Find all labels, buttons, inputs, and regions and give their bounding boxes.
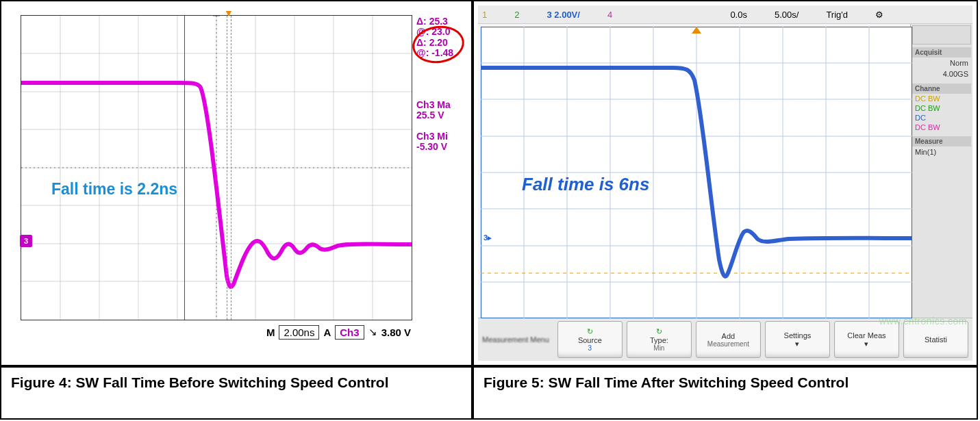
agil-ch3-coupling: DC (912, 113, 971, 123)
agilent-annotation-fall-time: Fall time is 6ns (522, 174, 649, 195)
tek-plot-area: ▼ 3 Fall time is 2.2ns (21, 15, 412, 320)
tek-A-label: A (323, 327, 331, 338)
tek-trigger-marker: ▼ (224, 8, 234, 18)
softkey-source[interactable]: ↻ Source 3 (557, 321, 623, 358)
softkey-settings[interactable]: Settings ▾ (765, 321, 830, 358)
agil-timebase: 5.00s/ (775, 10, 799, 20)
agilent-plot-area: 3▸ Fall time is 6ns (481, 27, 907, 315)
agilent-body: 3▸ Fall time is 6ns Acquisit Norm 4.00GS… (478, 24, 972, 318)
agil-delay: 0.0s (730, 10, 747, 20)
tek-cursor-delta-t: 25.3 (429, 16, 448, 27)
agilent-ch3-ground-indicator: 3▸ (479, 232, 496, 243)
agilent-top-bar: 1 2 3 2.00V/ 4 0.0s 5.00s/ Trig'd ⚙ (478, 5, 972, 24)
agil-menu-title: Measurement Menu (482, 335, 553, 344)
agilent-side-panel: Acquisit Norm 4.00GS Channe DC BW DC BW … (910, 24, 972, 318)
agil-meas-1: Min(1) (912, 146, 971, 157)
agilent-waveform-svg (481, 27, 912, 318)
agil-chan-header: Channe (912, 84, 971, 94)
agil-acq-mode: Norm (912, 58, 971, 68)
tek-side-readout: Δ: 25.3 @: 23.0 Δ: 2.20 @: -1.48 Ch3 Ma … (416, 16, 464, 153)
tek-scope: ▼ 3 Fall time is 2.2ns M 2.00ns A Ch3 ↘ … (14, 11, 466, 359)
figure-4-caption: Figure 4: SW Fall Time Before Switching … (0, 366, 473, 420)
tek-cursor-2b (231, 16, 231, 320)
tek-cursor-2 (227, 16, 227, 320)
figure-5-image-cell: 1 2 3 2.00V/ 4 0.0s 5.00s/ Trig'd ⚙ (473, 0, 978, 366)
softkey-add-measurement[interactable]: Add Measurement (696, 321, 761, 358)
tek-ch3-min-value: -5.30 V (416, 142, 464, 152)
tek-ch3-ground-indicator: 3 (20, 235, 32, 247)
softkey-statistics[interactable]: Statisti (903, 321, 968, 358)
agil-ch1-label: 1 (482, 10, 487, 20)
agil-ch1-coupling: DC BW (912, 94, 971, 103)
tek-bottom-readout: M 2.00ns A Ch3 ↘ 3.80 V (21, 323, 411, 341)
tek-trig-level: 3.80 V (381, 327, 411, 338)
agil-ch4-label: 4 (607, 10, 612, 20)
tek-cursor-1 (184, 16, 185, 320)
tek-M-label: M (266, 327, 275, 338)
agil-side-blank-button[interactable] (912, 25, 971, 44)
tek-ch3-min-label: Ch3 Mi (416, 131, 464, 142)
image-row: ▼ 3 Fall time is 2.2ns M 2.00ns A Ch3 ↘ … (0, 0, 978, 366)
figure-pair: ▼ 3 Fall time is 2.2ns M 2.00ns A Ch3 ↘ … (0, 0, 978, 420)
agil-ch3-label: 3 2.00V/ (546, 10, 579, 20)
agil-ch2-label: 2 (514, 10, 519, 20)
tek-timebase: 2.00ns (279, 325, 319, 340)
softkey-type[interactable]: ↻ Type: Min (627, 321, 692, 358)
tek-trig-source: Ch3 (335, 325, 364, 340)
softkey-clear-meas[interactable]: Clear Meas ▾ (834, 321, 899, 358)
agilent-scope: 1 2 3 2.00V/ 4 0.0s 5.00s/ Trig'd ⚙ (478, 5, 972, 361)
agil-ch4-coupling: DC BW (912, 123, 971, 132)
tek-waveform-svg (21, 16, 412, 320)
gear-icon: ⚙ (875, 10, 883, 20)
figure-5-caption: Figure 5: SW Fall Time After Switching S… (473, 366, 978, 420)
agil-acq-rate: 4.00GS (912, 68, 971, 79)
figure-4-image-cell: ▼ 3 Fall time is 2.2ns M 2.00ns A Ch3 ↘ … (0, 0, 473, 366)
tek-trig-edge-icon: ↘ (368, 326, 377, 338)
tek-ch3-max-label: Ch3 Ma (416, 100, 464, 110)
caption-row: Figure 4: SW Fall Time Before Switching … (0, 366, 978, 420)
agil-ch2-coupling: DC BW (912, 103, 971, 113)
agil-meas-header: Measure (912, 136, 971, 146)
agil-trig-mode: Trig'd (826, 10, 848, 20)
tek-ch3-max-value: 25.5 V (416, 110, 464, 120)
watermark-text: www.cntronics.com (879, 316, 967, 327)
tek-annotation-fall-time: Fall time is 2.2ns (51, 180, 177, 199)
agil-acq-header: Acquisit (912, 47, 971, 58)
